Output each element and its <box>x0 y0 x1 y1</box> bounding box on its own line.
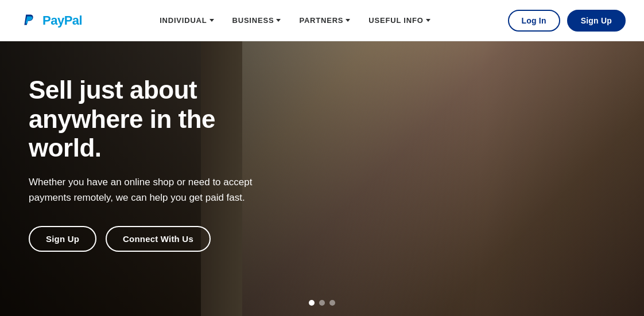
carousel-dot-3[interactable] <box>329 300 335 306</box>
nav-item-business[interactable]: BUSINESS <box>226 11 288 29</box>
chevron-down-icon <box>210 19 214 22</box>
carousel-dot-2[interactable] <box>319 300 325 306</box>
hero-content: Sell just about anywhere in the world. W… <box>0 41 298 316</box>
paypal-logo[interactable]: PayPal <box>18 10 82 31</box>
hero-title: Sell just about anywhere in the world. <box>29 76 270 163</box>
hero-buttons: Sign Up Connect With Us <box>29 226 270 252</box>
nav-item-individual[interactable]: INDIVIDUAL <box>153 11 220 29</box>
hero-signup-button[interactable]: Sign Up <box>29 226 96 252</box>
chevron-down-icon <box>276 19 281 22</box>
login-button[interactable]: Log In <box>508 10 560 32</box>
logo-text: PayPal <box>42 13 82 28</box>
nav-item-partners[interactable]: PARTNERS <box>292 11 357 29</box>
hero-connect-button[interactable]: Connect With Us <box>106 226 211 252</box>
header: PayPal INDIVIDUAL BUSINESS PARTNERS USEF… <box>0 0 644 41</box>
carousel-dot-1[interactable] <box>309 300 315 306</box>
chevron-down-icon <box>426 19 430 22</box>
hero-section: Sell just about anywhere in the world. W… <box>0 41 644 316</box>
header-actions: Log In Sign Up <box>508 10 626 32</box>
chevron-down-icon <box>346 19 350 22</box>
nav-item-useful-info[interactable]: USEFUL INFO <box>362 11 437 29</box>
carousel-dots <box>309 300 335 306</box>
main-nav: INDIVIDUAL BUSINESS PARTNERS USEFUL INFO <box>153 11 437 29</box>
paypal-p-icon <box>18 10 39 31</box>
header-signup-button[interactable]: Sign Up <box>567 10 626 32</box>
hero-subtitle: Whether you have an online shop or need … <box>29 174 258 205</box>
